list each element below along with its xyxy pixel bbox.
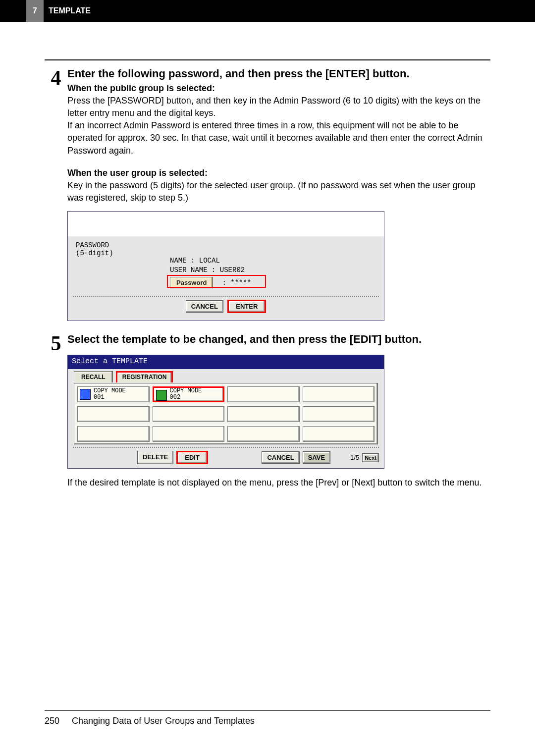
template-cell-empty[interactable] bbox=[303, 386, 375, 402]
step-5-heading: Select the template to be changed, and t… bbox=[67, 332, 490, 347]
step-number-5: 5 bbox=[45, 332, 67, 489]
enter-cancel-row: CANCEL ENTER bbox=[73, 296, 379, 313]
password-label-line1: PASSWORD bbox=[76, 241, 109, 249]
cancel-button[interactable]: CANCEL bbox=[262, 451, 299, 464]
step-4-text-3: Key in the password (5 digits) for the s… bbox=[67, 179, 490, 204]
step-4-body: Enter the following password, and then p… bbox=[67, 66, 490, 321]
template-1-num: 001 bbox=[94, 394, 105, 401]
step-4-text-2: If an incorrect Admin Password is entere… bbox=[67, 119, 490, 157]
template-cell-empty[interactable] bbox=[303, 426, 375, 442]
password-screen-topstrip bbox=[68, 212, 384, 236]
save-button[interactable]: SAVE bbox=[303, 451, 330, 464]
chapter-number: 7 bbox=[26, 0, 44, 22]
page-indicator: 1/5 bbox=[350, 454, 359, 461]
page: 7 TEMPLATE 4 Enter the following passwor… bbox=[0, 0, 535, 756]
template-cell-empty[interactable] bbox=[153, 426, 225, 442]
template-cell-empty[interactable] bbox=[77, 406, 150, 422]
template-screen-title: Select a TEMPLATE bbox=[68, 355, 384, 369]
copy-mode-icon bbox=[80, 389, 91, 400]
step-4: 4 Enter the following password, and then… bbox=[45, 66, 490, 321]
step-5: 5 Select the template to be changed, and… bbox=[45, 332, 490, 489]
cancel-button[interactable]: CANCEL bbox=[186, 300, 223, 313]
step-5-body: Select the template to be changed, and t… bbox=[67, 332, 490, 489]
content-area: 4 Enter the following password, and then… bbox=[45, 59, 490, 489]
chapter-title: TEMPLATE bbox=[49, 0, 91, 22]
template-bottom-bar: DELETE EDIT CANCEL SAVE 1/5 Next bbox=[73, 447, 379, 464]
header-bar: 7 TEMPLATE bbox=[0, 0, 535, 22]
template-panel: COPY MODE 001 COPY MODE 002 bbox=[74, 383, 378, 444]
template-select-screen: Select a TEMPLATE RECALL REGISTRATION CO… bbox=[67, 355, 384, 469]
template-cell-empty[interactable] bbox=[77, 426, 150, 442]
step-4-heading: Enter the following password, and then p… bbox=[67, 66, 490, 81]
section-rule bbox=[45, 59, 490, 60]
enter-button[interactable]: ENTER bbox=[227, 300, 266, 313]
step-4-text-1: Press the [PASSWORD] button, and then ke… bbox=[67, 95, 490, 119]
edit-button[interactable]: EDIT bbox=[176, 451, 208, 464]
template-grid: COPY MODE 001 COPY MODE 002 bbox=[77, 386, 374, 442]
step-4-subhead-user: When the user group is selected: bbox=[67, 167, 490, 179]
delete-button[interactable]: DELETE bbox=[137, 451, 173, 464]
password-mask: : ***** bbox=[222, 279, 251, 287]
page-number: 250 bbox=[45, 716, 59, 726]
template-2-num: 002 bbox=[170, 394, 181, 401]
tab-bar: RECALL REGISTRATION bbox=[74, 371, 173, 382]
template-cell-empty[interactable] bbox=[153, 406, 225, 422]
user-name-line: USER NAME : USER02 bbox=[170, 266, 245, 274]
next-page-button[interactable]: Next bbox=[362, 453, 379, 462]
password-label-line2: (5-digit) bbox=[76, 249, 113, 257]
copy-mode-icon bbox=[156, 390, 167, 401]
password-screen: PASSWORD (5-digit) NAME : LOCAL USER NAM… bbox=[67, 211, 384, 321]
section-name: Changing Data of User Groups and Templat… bbox=[72, 716, 255, 726]
template-cell-empty[interactable] bbox=[227, 426, 300, 442]
step-number-4: 4 bbox=[45, 66, 67, 321]
template-cell-002[interactable]: COPY MODE 002 bbox=[153, 386, 225, 402]
page-footer: 250 Changing Data of User Groups and Tem… bbox=[45, 710, 490, 726]
tab-registration[interactable]: REGISTRATION bbox=[116, 371, 173, 382]
step-5-note: If the desired template is not displayed… bbox=[67, 477, 490, 489]
template-cell-001[interactable]: COPY MODE 001 bbox=[77, 386, 150, 402]
password-label: PASSWORD (5-digit) bbox=[76, 241, 113, 257]
template-cell-empty[interactable] bbox=[303, 406, 375, 422]
password-button-row: Password : ***** bbox=[170, 277, 251, 288]
step-4-subhead-public: When the public group is selected: bbox=[67, 82, 490, 95]
template-cell-empty[interactable] bbox=[227, 406, 300, 422]
password-button[interactable]: Password bbox=[170, 277, 213, 288]
name-line: NAME : LOCAL bbox=[170, 257, 220, 265]
template-cell-empty[interactable] bbox=[227, 386, 300, 402]
tab-recall[interactable]: RECALL bbox=[74, 371, 113, 382]
